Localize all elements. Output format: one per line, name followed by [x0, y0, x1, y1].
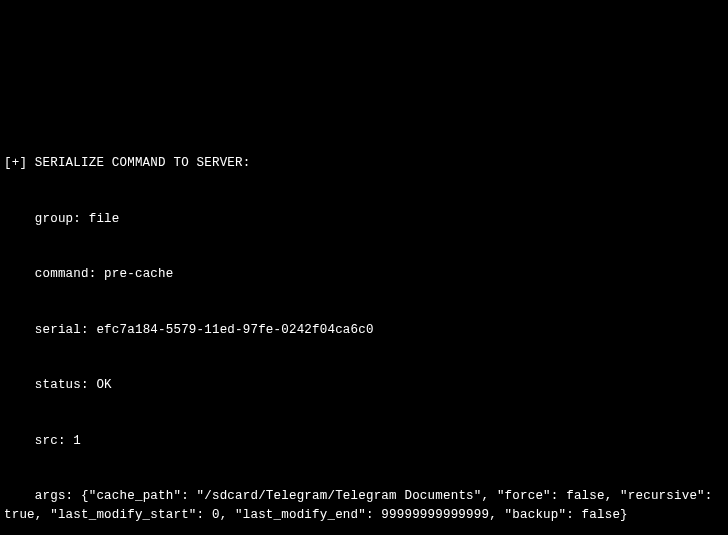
terminal-output: [+] SERIALIZE COMMAND TO SERVER: group: …: [4, 80, 724, 535]
log-line: args: {"cache_path": "/sdcard/Telegram/T…: [4, 487, 724, 524]
serialize-block: [+] SERIALIZE COMMAND TO SERVER: group: …: [4, 117, 724, 535]
log-line: status: OK: [4, 376, 724, 395]
log-line: serial: efc7a184-5579-11ed-97fe-0242f04c…: [4, 321, 724, 340]
log-line: src: 1: [4, 432, 724, 451]
section-header: [+] SERIALIZE COMMAND TO SERVER:: [4, 154, 724, 173]
log-line: group: file: [4, 210, 724, 229]
log-line: command: pre-cache: [4, 265, 724, 284]
